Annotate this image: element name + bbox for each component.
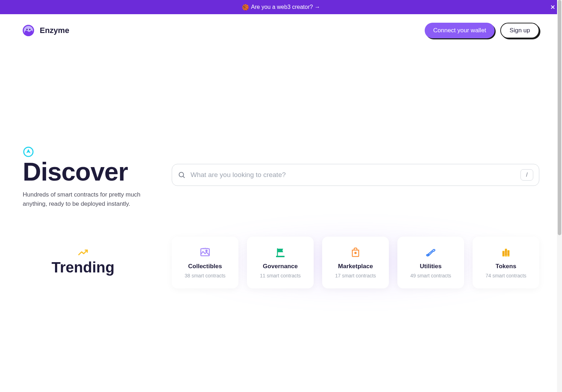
- svg-rect-12: [505, 249, 507, 256]
- category-count: 74 smart contracts: [485, 273, 526, 278]
- category-grid: Collectibles 38 smart contracts Governan…: [172, 233, 539, 292]
- svg-point-5: [179, 172, 184, 177]
- svg-point-7: [206, 250, 207, 252]
- category-card-governance[interactable]: Governance 11 smart contracts: [247, 237, 314, 288]
- announcement-banner[interactable]: 🏀 Are you a web3 creator? →: [0, 0, 562, 14]
- trending-up-icon: [78, 249, 88, 256]
- scrollbar[interactable]: [557, 0, 562, 392]
- category-card-utilities[interactable]: Utilities 49 smart contracts: [397, 237, 464, 288]
- page-title: Discover: [23, 159, 143, 184]
- svg-rect-8: [276, 256, 285, 257]
- category-card-tokens[interactable]: Tokens 74 smart contracts: [473, 237, 539, 288]
- category-count: 11 smart contracts: [260, 273, 301, 278]
- category-count: 38 smart contracts: [184, 273, 225, 278]
- svg-point-10: [428, 254, 429, 255]
- flag-icon: [275, 247, 286, 258]
- brand-name: Enzyme: [40, 26, 69, 35]
- compass-icon: [23, 146, 34, 158]
- page-subtitle: Hundreds of smart contracts for pretty m…: [23, 190, 143, 208]
- header-actions: Connect your wallet Sign up: [425, 23, 539, 38]
- category-name: Governance: [263, 263, 298, 270]
- discover-intro: Discover Hundreds of smart contracts for…: [23, 146, 143, 208]
- category-card-marketplace[interactable]: Marketplace 17 smart contracts: [322, 237, 389, 288]
- search-icon: [178, 171, 186, 179]
- main-content: Discover Hundreds of smart contracts for…: [0, 146, 562, 292]
- close-icon[interactable]: [549, 4, 556, 11]
- search-box[interactable]: /: [172, 164, 539, 186]
- category-count: 49 smart contracts: [410, 273, 451, 278]
- shopping-bag-icon: [350, 247, 361, 258]
- banner-text: Are you a web3 creator? →: [251, 4, 320, 10]
- connect-wallet-button[interactable]: Connect your wallet: [425, 23, 495, 38]
- signup-button[interactable]: Sign up: [500, 23, 539, 38]
- trending-title: Trending: [51, 259, 114, 276]
- svg-point-9: [355, 252, 356, 254]
- svg-point-2: [26, 29, 28, 30]
- category-name: Collectibles: [188, 263, 222, 270]
- category-count: 17 smart contracts: [335, 273, 376, 278]
- scrollbar-thumb[interactable]: [558, 0, 561, 235]
- logo[interactable]: Enzyme: [23, 25, 69, 36]
- search-shortcut-badge: /: [520, 169, 533, 181]
- category-name: Utilities: [420, 263, 441, 270]
- coins-icon: [500, 247, 512, 258]
- banner-emoji: 🏀: [242, 4, 249, 11]
- category-card-collectibles[interactable]: Collectibles 38 smart contracts: [172, 237, 238, 288]
- search-input[interactable]: [191, 171, 516, 179]
- trending-header: Trending: [23, 233, 143, 292]
- svg-point-3: [29, 29, 31, 30]
- image-icon: [199, 247, 211, 258]
- wrench-icon: [425, 247, 436, 258]
- category-name: Marketplace: [338, 263, 373, 270]
- svg-rect-13: [507, 250, 509, 256]
- header: Enzyme Connect your wallet Sign up: [0, 14, 562, 47]
- category-name: Tokens: [496, 263, 516, 270]
- logo-icon: [23, 25, 34, 36]
